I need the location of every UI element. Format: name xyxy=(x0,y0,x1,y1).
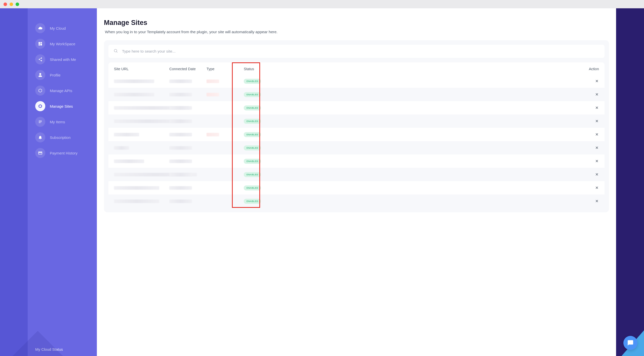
site-url-redacted xyxy=(114,80,154,83)
status-badge: ENABLED xyxy=(244,92,261,97)
table-row: ENABLED✕ xyxy=(108,154,605,168)
cloud-icon xyxy=(35,23,45,33)
search-box xyxy=(108,45,605,58)
site-url-redacted xyxy=(114,93,154,96)
sidebar-item-label: Shared with Me xyxy=(50,57,76,62)
content-card: Site URL Connected Date Type Status Acti… xyxy=(104,40,609,212)
delete-site-button[interactable]: ✕ xyxy=(594,92,599,97)
status-badge: ENABLED xyxy=(244,79,261,84)
user-icon xyxy=(35,70,45,80)
sidebar-narrow-strip xyxy=(0,8,28,356)
sidebar-item-label: My WorkSpace xyxy=(50,42,75,46)
th-site-url: Site URL xyxy=(114,67,169,71)
window-maximize-button[interactable] xyxy=(16,3,19,6)
sidebar-item-payment-history[interactable]: Payment History xyxy=(28,145,97,161)
connected-date-redacted xyxy=(169,120,192,123)
table-row: ENABLED✕ xyxy=(108,74,605,88)
th-type: Type xyxy=(207,67,244,71)
items-icon xyxy=(35,117,45,127)
share-icon xyxy=(35,54,45,64)
sites-icon xyxy=(35,101,45,111)
delete-site-button[interactable]: ✕ xyxy=(594,199,599,203)
table-row: ENABLED✕ xyxy=(108,101,605,114)
window-close-button[interactable] xyxy=(4,3,7,6)
th-connected-date: Connected Date xyxy=(169,67,207,71)
table-row: ENABLED✕ xyxy=(108,168,605,181)
table-row: ENABLED✕ xyxy=(108,88,605,101)
connected-date-redacted xyxy=(169,186,192,190)
th-status: Status xyxy=(244,67,574,71)
sites-table: Site URL Connected Date Type Status Acti… xyxy=(108,62,605,208)
connected-date-redacted xyxy=(169,133,192,136)
connected-date-redacted xyxy=(169,80,192,83)
site-type-redacted xyxy=(207,80,219,83)
sidebar-item-label: Profile xyxy=(50,73,61,77)
sidebar-item-profile[interactable]: Profile xyxy=(28,67,97,83)
workspace-icon xyxy=(35,39,45,49)
delete-site-button[interactable]: ✕ xyxy=(594,145,599,150)
delete-site-button[interactable]: ✕ xyxy=(594,159,599,163)
connected-date-redacted xyxy=(169,173,192,176)
sidebar-decoration xyxy=(13,331,63,356)
table-row: ENABLED✕ xyxy=(108,128,605,141)
svg-line-1 xyxy=(116,52,117,53)
connected-date-redacted xyxy=(169,93,192,96)
chat-support-button[interactable] xyxy=(623,336,637,350)
table-row: ENABLED✕ xyxy=(108,181,605,194)
delete-site-button[interactable]: ✕ xyxy=(594,172,599,177)
search-input[interactable] xyxy=(122,49,599,54)
status-badge: ENABLED xyxy=(244,199,261,204)
connected-date-redacted xyxy=(169,146,192,150)
connected-date-redacted xyxy=(169,106,192,110)
site-type-redacted xyxy=(207,93,219,96)
page-subtitle: When you log in to your Templately accou… xyxy=(104,30,609,34)
bell-icon xyxy=(35,132,45,142)
status-badge: ENABLED xyxy=(244,105,261,110)
status-badge: ENABLED xyxy=(244,172,261,177)
sidebar-item-label: Manage APIs xyxy=(50,89,72,93)
api-icon xyxy=(35,86,45,96)
site-url-redacted xyxy=(114,160,144,163)
sidebar-item-label: Payment History xyxy=(50,151,77,155)
delete-site-button[interactable]: ✕ xyxy=(594,105,599,110)
site-url-redacted xyxy=(114,200,159,203)
sidebar-item-label: Subscription xyxy=(50,135,71,140)
delete-site-button[interactable]: ✕ xyxy=(594,79,599,83)
site-type-redacted xyxy=(207,133,219,136)
sidebar-item-subscription[interactable]: Subscription xyxy=(28,130,97,145)
window-chrome xyxy=(0,0,644,8)
status-badge: ENABLED xyxy=(244,119,261,124)
table-row: ENABLED✕ xyxy=(108,114,605,128)
status-badge: ENABLED xyxy=(244,159,261,164)
status-badge: ENABLED xyxy=(244,132,261,137)
delete-site-button[interactable]: ✕ xyxy=(594,119,599,123)
search-icon xyxy=(113,49,118,54)
sidebar-item-my-workspace[interactable]: My WorkSpace xyxy=(28,36,97,52)
sidebar-item-label: Manage Sites xyxy=(50,104,73,108)
site-url-redacted xyxy=(114,133,139,136)
site-url-redacted xyxy=(114,146,129,150)
window-minimize-button[interactable] xyxy=(10,3,13,6)
svg-point-0 xyxy=(114,49,117,52)
sidebar-item-label: My Cloud xyxy=(50,26,66,30)
card-icon xyxy=(35,148,45,158)
sidebar: My Cloud My WorkSpace Shared with Me Pro… xyxy=(28,8,97,356)
sidebar-item-my-cloud[interactable]: My Cloud xyxy=(28,20,97,36)
delete-site-button[interactable]: ✕ xyxy=(594,185,599,190)
right-decorative-bar xyxy=(616,8,644,356)
table-row: ENABLED✕ xyxy=(108,194,605,208)
delete-site-button[interactable]: ✕ xyxy=(594,132,599,137)
sidebar-item-label: My Items xyxy=(50,120,65,124)
sidebar-item-manage-sites[interactable]: Manage Sites xyxy=(28,98,97,114)
sidebar-item-shared-with-me[interactable]: Shared with Me xyxy=(28,52,97,67)
sidebar-item-manage-apis[interactable]: Manage APIs xyxy=(28,83,97,98)
status-badge: ENABLED xyxy=(244,145,261,150)
status-badge: ENABLED xyxy=(244,185,261,190)
page-title: Manage Sites xyxy=(104,19,609,27)
site-url-redacted xyxy=(114,186,159,190)
connected-date-redacted xyxy=(169,160,192,163)
connected-date-redacted xyxy=(169,200,192,203)
sidebar-item-my-items[interactable]: My Items xyxy=(28,114,97,130)
table-header: Site URL Connected Date Type Status Acti… xyxy=(108,62,605,74)
main-content: Manage Sites When you log in to your Tem… xyxy=(97,8,616,356)
